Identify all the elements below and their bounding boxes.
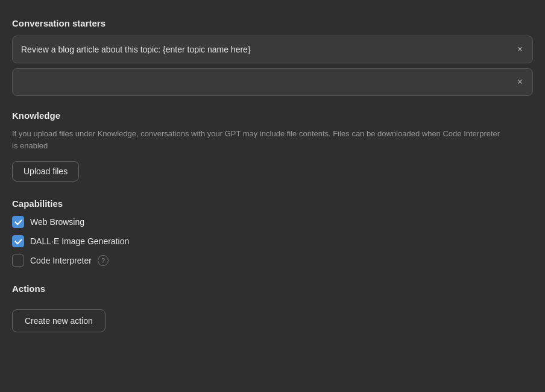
- actions-section: Actions Create new action: [12, 283, 533, 332]
- create-new-action-button[interactable]: Create new action: [12, 309, 106, 332]
- dalle-label: DALL·E Image Generation: [30, 236, 129, 246]
- main-container: Conversation starters × × Knowledge If y…: [0, 0, 545, 350]
- knowledge-description: If you upload files under Knowledge, con…: [12, 128, 506, 151]
- capability-item-web-browsing: Web Browsing: [12, 216, 533, 228]
- capability-item-code-interpreter: Code Interpreter ?: [12, 254, 533, 267]
- code-interpreter-checkbox[interactable]: [12, 254, 24, 267]
- starter-input-1[interactable]: [21, 36, 514, 63]
- capabilities-section: Capabilities Web Browsing DALL·E Image G…: [12, 198, 533, 267]
- capability-item-dalle: DALL·E Image Generation: [12, 235, 533, 247]
- starter-close-button-2[interactable]: ×: [514, 75, 526, 89]
- code-interpreter-label: Code Interpreter: [30, 256, 92, 265]
- web-browsing-checkbox[interactable]: [12, 216, 24, 228]
- capabilities-title: Capabilities: [12, 198, 533, 209]
- starter-input-row-2: ×: [12, 68, 533, 96]
- starter-input-row-1: ×: [12, 36, 533, 63]
- upload-files-button[interactable]: Upload files: [12, 161, 79, 182]
- web-browsing-label: Web Browsing: [30, 217, 84, 227]
- dalle-checkbox[interactable]: [12, 235, 24, 247]
- conversation-starters-section: Conversation starters × ×: [12, 18, 533, 96]
- knowledge-title: Knowledge: [12, 110, 533, 121]
- actions-title: Actions: [12, 283, 533, 294]
- starter-close-button-1[interactable]: ×: [514, 42, 526, 57]
- conversation-starters-title: Conversation starters: [12, 18, 533, 28]
- code-interpreter-help-icon[interactable]: ?: [98, 255, 109, 266]
- starter-input-2[interactable]: [21, 69, 514, 95]
- knowledge-section: Knowledge If you upload files under Know…: [12, 110, 533, 182]
